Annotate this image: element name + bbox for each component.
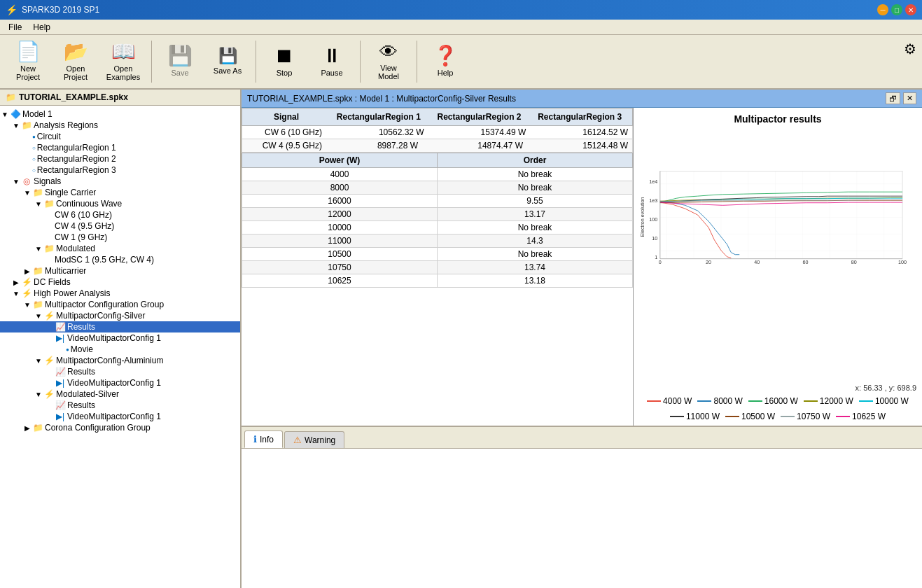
sidebar-item-cw1[interactable]: CW 1 (9 GHz): [0, 232, 240, 243]
sidebar-item-results-ms[interactable]: 📈Results: [0, 400, 240, 411]
sidebar-item-results-al[interactable]: 📈Results: [0, 366, 240, 377]
table-row: 8000No break: [242, 181, 633, 195]
expand-arrow[interactable]: ▼: [11, 290, 21, 298]
save-as-button[interactable]: 💾 Save As: [205, 38, 250, 85]
sidebar-item-high-power-analysis[interactable]: ▼⚡High Power Analysis: [0, 288, 240, 299]
expand-arrow[interactable]: ▼: [34, 357, 43, 365]
maximize-button[interactable]: □: [891, 4, 902, 15]
table-row: 4000No break: [242, 168, 633, 181]
chart-title: Multipactor results: [634, 108, 922, 130]
legend-label-11000w: 11000 W: [686, 412, 720, 421]
sidebar-filename: TUTORIAL_EXAMPLE.spkx: [19, 92, 128, 102]
help-button[interactable]: ❓ Help: [423, 38, 468, 85]
sidebar-item-rectangular-region-1[interactable]: ○RectangularRegion 1: [0, 142, 240, 153]
sidebar-item-analysis-regions[interactable]: ▼📁Analysis Regions: [0, 120, 240, 131]
toolbar-separator-3: [360, 41, 361, 83]
expand-arrow[interactable]: ▼: [11, 178, 21, 186]
sidebar-item-modulated[interactable]: ▼📁Modulated: [0, 243, 240, 254]
tree-label: Modulated: [56, 244, 95, 253]
restore-button[interactable]: 🗗: [886, 92, 900, 104]
tree-label: VideoMultipactorConfig 1: [67, 378, 161, 388]
tree-label: ModSC 1 (9.5 GHz, CW 4): [55, 255, 154, 265]
tree-label: Signals: [34, 176, 61, 186]
legend-8000w: 8000 W: [697, 396, 742, 406]
tree-label: CW 6 (10 GHz): [55, 210, 112, 220]
expand-arrow[interactable]: ▼: [34, 245, 43, 253]
sidebar-item-video-multipactor-2[interactable]: ▶|VideoMultipactorConfig 1: [0, 377, 240, 388]
sidebar-item-signals[interactable]: ▼◎Signals: [0, 176, 240, 187]
save-button[interactable]: 💾 Save: [158, 38, 202, 85]
svg-text:20: 20: [706, 260, 711, 265]
pause-label: Pause: [321, 69, 342, 77]
sidebar-item-multipactor-config-aluminium[interactable]: ▼⚡MultipactorConfig-Aluminium: [0, 355, 240, 366]
minimize-button[interactable]: ─: [877, 4, 888, 15]
expand-arrow[interactable]: ▼: [34, 200, 43, 208]
expand-arrow[interactable]: ▼: [22, 301, 32, 309]
legend-4000w: 4000 W: [647, 396, 692, 406]
chart-coords: x: 56.33 , y: 698.9: [634, 382, 922, 393]
svg-text:Electron evolution: Electron evolution: [640, 197, 645, 237]
save-as-label: Save As: [214, 66, 242, 75]
menu-file[interactable]: File: [3, 21, 27, 34]
open-project-button[interactable]: 📂 Open Project: [53, 38, 98, 85]
tab-warning[interactable]: ⚠ Warning: [284, 431, 344, 448]
sidebar-item-single-carrier[interactable]: ▼📁Single Carrier: [0, 187, 240, 198]
tree-label: VideoMultipactorConfig 1: [67, 412, 161, 421]
results-icon: 📈: [55, 400, 66, 410]
tree-label: Multipactor Configuration Group: [45, 300, 164, 309]
expand-arrow[interactable]: ▶: [22, 267, 32, 275]
power-table: Power (W) Order 4000No break 8000No brea…: [242, 153, 633, 288]
svg-text:1e3: 1e3: [649, 198, 657, 204]
sidebar-item-multipactor-config-group[interactable]: ▼📁Multipactor Configuration Group: [0, 299, 240, 310]
open-examples-label: Open Examples: [104, 64, 142, 81]
tree-label: MultipactorConfig-Aluminium: [56, 356, 163, 365]
folder-icon: 📁: [32, 300, 43, 309]
sidebar-item-dc-fields[interactable]: ▶⚡DC Fields: [0, 276, 240, 288]
pause-icon: ⏸: [322, 46, 342, 66]
video-icon: ▶|: [55, 378, 66, 388]
expand-arrow[interactable]: ▼: [11, 122, 21, 130]
sidebar-item-continuous-wave[interactable]: ▼📁Continuous Wave: [0, 198, 240, 209]
expand-arrow[interactable]: ▼: [22, 189, 32, 197]
results-table-container[interactable]: Signal RectangularRegion 1 RectangularRe…: [242, 108, 634, 426]
table-row: CW 6 (10 GHz) 10562.32 W 15374.49 W 1612…: [242, 126, 633, 139]
tree-label: DC Fields: [34, 277, 71, 287]
pause-button[interactable]: ⏸ Pause: [309, 38, 354, 85]
sidebar-item-modulated-silver[interactable]: ▼⚡Modulated-Silver: [0, 388, 240, 400]
sidebar-item-model1[interactable]: ▼🔷Model 1: [0, 108, 240, 120]
sidebar-item-cw6[interactable]: CW 6 (10 GHz): [0, 209, 240, 220]
expand-arrow[interactable]: ▼: [0, 111, 10, 118]
close-panel-button[interactable]: ✕: [903, 92, 916, 104]
menu-help[interactable]: Help: [27, 21, 56, 34]
sidebar-tree[interactable]: ▼🔷Model 1▼📁Analysis Regions ●Circuit ○Re…: [0, 106, 240, 588]
view-model-icon: 👁: [379, 43, 398, 61]
settings-icon[interactable]: ⚙: [904, 41, 916, 57]
sidebar-item-rectangular-region-2[interactable]: ○RectangularRegion 2: [0, 153, 240, 164]
sidebar-item-multicarrier[interactable]: ▶📁Multicarrier: [0, 265, 240, 276]
sidebar-item-cw4[interactable]: CW 4 (9.5 GHz): [0, 220, 240, 232]
expand-arrow[interactable]: ▶: [11, 279, 21, 286]
sidebar-item-results[interactable]: 📈Results: [0, 321, 240, 332]
close-button[interactable]: ✕: [905, 4, 916, 15]
tab-info[interactable]: ℹ Info: [244, 430, 283, 448]
tree-label: RectangularRegion 2: [37, 154, 116, 164]
stop-button[interactable]: ⏹ Stop: [262, 38, 307, 85]
sidebar-item-video-multipactor-1[interactable]: ▶|VideoMultipactorConfig 1: [0, 332, 240, 344]
folder-icon: 📁: [21, 120, 32, 130]
open-examples-button[interactable]: 📖 Open Examples: [101, 38, 146, 85]
sidebar-item-video-multipactor-3[interactable]: ▶|VideoMultipactorConfig 1: [0, 411, 240, 422]
expand-arrow[interactable]: ▼: [34, 391, 43, 398]
tree-region-icon: ○: [32, 167, 36, 174]
sidebar-item-rectangular-region-3[interactable]: ○RectangularRegion 3: [0, 164, 240, 176]
new-project-button[interactable]: 📄 New Project: [6, 38, 50, 85]
sidebar-item-corona-config-group[interactable]: ▶📁Corona Configuration Group: [0, 422, 240, 433]
expand-arrow[interactable]: ▶: [22, 424, 32, 432]
sidebar-item-movie[interactable]: ●Movie: [0, 344, 240, 355]
expand-arrow[interactable]: ▼: [34, 312, 43, 320]
view-model-button[interactable]: 👁 View Model: [366, 38, 411, 85]
sidebar-item-modsc1[interactable]: ModSC 1 (9.5 GHz, CW 4): [0, 254, 240, 265]
sidebar-item-multipactor-config-silver[interactable]: ▼⚡MultipactorConfig-Silver: [0, 310, 240, 321]
svg-text:0: 0: [659, 260, 662, 265]
svg-text:1: 1: [655, 255, 657, 260]
sidebar-item-circuit[interactable]: ●Circuit: [0, 131, 240, 142]
